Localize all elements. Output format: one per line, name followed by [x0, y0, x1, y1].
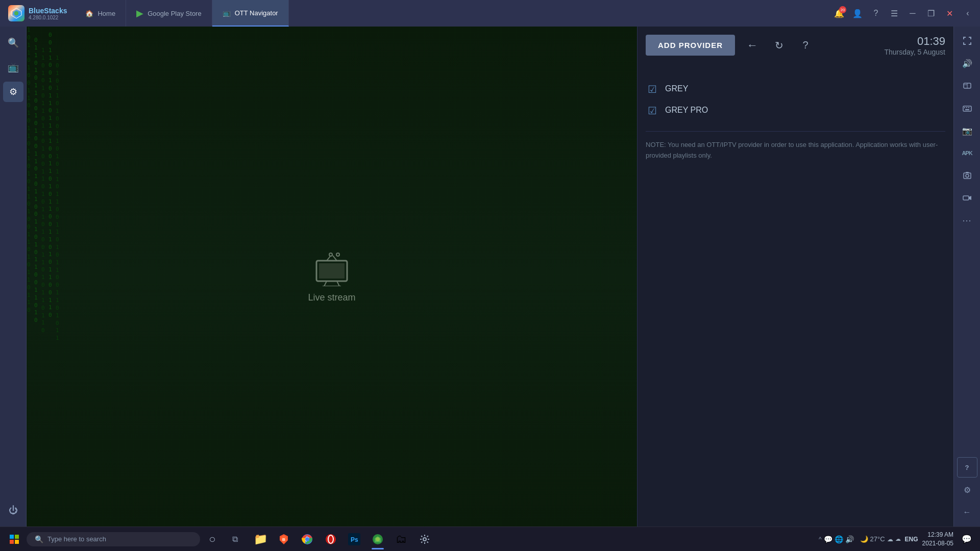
time-display: 01:39: [884, 35, 945, 48]
restore-button[interactable]: ❐: [923, 5, 939, 21]
taskbar-bluestacks[interactable]: [366, 528, 389, 550]
more-options-btn[interactable]: ···: [957, 210, 977, 231]
start-button[interactable]: [4, 529, 24, 549]
datetime-area: 01:39 Thursday, 5 August: [884, 35, 945, 56]
note-text: NOTE: You need an OTT/IPTV provider in o…: [646, 131, 945, 161]
search-placeholder: Type here to search: [47, 535, 106, 543]
app-content: 10110100110101101101011010011010110110 0…: [27, 27, 980, 527]
taskbar-search[interactable]: 🔍 Type here to search: [27, 532, 200, 546]
taskbar-folder[interactable]: 🗂: [390, 528, 412, 550]
taskbar-apps: 📁 B: [249, 528, 436, 550]
live-stream-label: Live stream: [308, 292, 355, 303]
settings-right-btn[interactable]: ⚙: [957, 480, 977, 500]
ott-left-panel: 10110100110101101101011010011010110110 0…: [27, 27, 637, 527]
tray-volume[interactable]: 🔊: [845, 535, 854, 543]
tray-msg[interactable]: 💬: [824, 535, 832, 543]
cloud2-icon: ☁: [895, 536, 901, 542]
notification-badge: 20: [839, 6, 846, 13]
action-center-button[interactable]: 💬: [958, 530, 976, 548]
menu-button[interactable]: ☰: [886, 5, 902, 21]
bluestacks-branding: BlueStacks 4.280.0.1022: [29, 7, 67, 20]
back-nav-button[interactable]: ←: [743, 36, 762, 55]
tab-ottnav-label: OTT Navigator: [235, 9, 278, 17]
sidebar-settings-btn[interactable]: ⚙: [3, 82, 23, 102]
ottnav-icon: 📺: [223, 9, 231, 17]
task-view-button[interactable]: ⧉: [225, 529, 245, 549]
tray-network[interactable]: 🌐: [835, 535, 843, 543]
svg-rect-18: [968, 107, 969, 108]
system-tray: ^ 💬 🌐 🔊: [817, 535, 856, 543]
taskbar-brave[interactable]: B: [273, 528, 295, 550]
record-btn[interactable]: [957, 188, 977, 208]
taskbar-chrome[interactable]: [296, 528, 318, 550]
help-nav-button[interactable]: ?: [796, 36, 815, 55]
sidebar-tv-btn[interactable]: 📺: [3, 57, 23, 78]
tab-ottnav[interactable]: 📺 OTT Navigator: [212, 0, 289, 27]
greypro-checkbox: ☑: [648, 105, 659, 116]
sidebar-search-btn[interactable]: 🔍: [3, 33, 23, 53]
tabs-area: 🏠 Home ▶ Google Play Store 📺 OTT Navigat…: [75, 0, 831, 27]
svg-rect-28: [15, 540, 19, 544]
tab-home[interactable]: 🏠 Home: [75, 0, 126, 27]
svg-rect-15: [963, 106, 971, 111]
svg-rect-19: [965, 109, 969, 110]
clock-date: 2021-08-05: [922, 539, 953, 548]
help-right-btn[interactable]: ?: [957, 457, 977, 478]
svg-rect-20: [964, 173, 971, 179]
svg-rect-4: [319, 263, 345, 279]
minimize-button[interactable]: ─: [904, 5, 921, 21]
bluestacks-logo: BlueStacks 4.280.0.1022: [0, 5, 75, 21]
svg-rect-27: [10, 540, 14, 544]
refresh-nav-button[interactable]: ↻: [770, 36, 788, 55]
svg-rect-26: [15, 535, 19, 539]
collapse-button[interactable]: ‹: [960, 5, 976, 21]
provider-grey-pro[interactable]: ☑ GREY PRO: [646, 99, 945, 121]
keyboard-btn[interactable]: [957, 98, 977, 118]
sidebar-power-btn[interactable]: ⏻: [3, 500, 23, 520]
weather-area: 🌙 27°C ☁ ☁: [860, 535, 901, 543]
notifications-button[interactable]: 🔔 20: [831, 5, 847, 21]
ott-nav-bar: ADD PROVIDER ← ↻ ?: [646, 35, 815, 56]
cloud-icon: ☁: [887, 536, 893, 543]
app-name: BlueStacks: [29, 7, 67, 15]
main-area: 🔍 📺 ⚙ ⏻ 10110100110101101101011010011010…: [0, 27, 980, 527]
tab-home-label: Home: [97, 10, 115, 17]
close-button[interactable]: ✕: [941, 5, 958, 21]
grey-label: GREY: [665, 84, 688, 93]
bs-sidebar: 🔍 📺 ⚙ ⏻: [0, 27, 27, 527]
help-button[interactable]: ?: [868, 5, 884, 21]
back-right-btn[interactable]: ←: [957, 502, 977, 522]
tray-chevron[interactable]: ^: [819, 536, 822, 543]
svg-text:Ps: Ps: [351, 536, 358, 543]
language-indicator: ENG: [905, 536, 918, 543]
taskbar-opera[interactable]: [320, 528, 342, 550]
svg-point-11: [336, 253, 339, 256]
volume-btn[interactable]: 🔊: [957, 53, 977, 73]
keyboard-mouse-btn[interactable]: [957, 76, 977, 96]
svg-rect-16: [964, 107, 965, 108]
provider-grey[interactable]: ☑ GREY: [646, 78, 945, 99]
window-controls: 🔔 20 👤 ? ☰ ─ ❐ ✕ ‹: [831, 5, 980, 21]
taskbar-clock[interactable]: 12:39 AM 2021-08-05: [922, 531, 953, 548]
cortana-button[interactable]: ○: [202, 529, 223, 549]
svg-point-34: [305, 537, 309, 541]
date-display: Thursday, 5 August: [884, 48, 945, 56]
add-provider-button[interactable]: ADD PROVIDER: [646, 35, 735, 56]
account-button[interactable]: 👤: [849, 5, 866, 21]
fullscreen-btn[interactable]: [957, 31, 977, 51]
svg-point-10: [329, 253, 332, 256]
taskbar-explorer[interactable]: 📁: [249, 528, 272, 550]
taskbar-settings-app[interactable]: [413, 528, 436, 550]
app-version: 4.280.0.1022: [29, 15, 67, 20]
tv-icon: [311, 251, 352, 286]
tab-playstore[interactable]: ▶ Google Play Store: [126, 0, 212, 27]
weather-temp: 27°C: [870, 535, 885, 543]
apk-btn[interactable]: APK: [957, 143, 977, 163]
taskbar-photoshop[interactable]: Ps: [343, 528, 365, 550]
svg-point-42: [423, 538, 426, 541]
provider-list: ☑ GREY ☑ GREY PRO: [646, 78, 945, 121]
title-bar: BlueStacks 4.280.0.1022 🏠 Home ▶ Google …: [0, 0, 980, 27]
screenshot-btn[interactable]: [957, 165, 977, 186]
grey-checkbox: ☑: [648, 83, 659, 94]
camera-btn[interactable]: 📷: [957, 120, 977, 141]
